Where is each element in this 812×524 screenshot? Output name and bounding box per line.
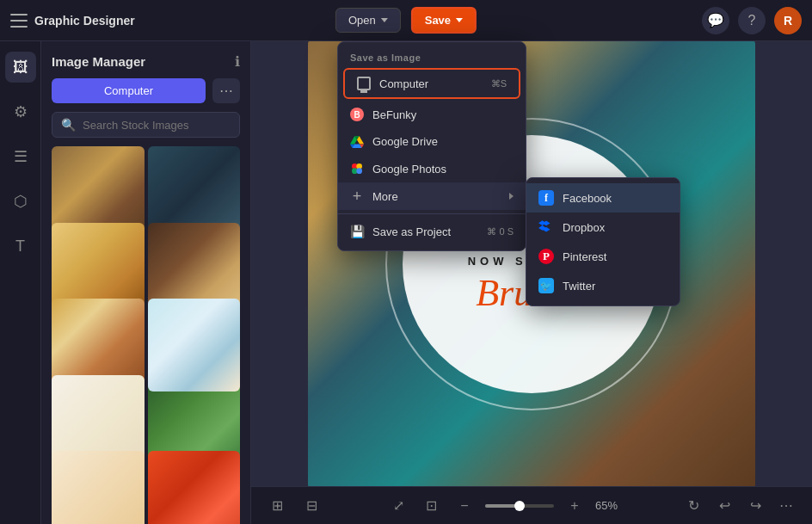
image-thumb-10[interactable] bbox=[148, 451, 241, 524]
toolbar-right: ↻ ↩ ↪ ⋯ bbox=[681, 494, 798, 518]
rotate-cw-button[interactable]: ↻ bbox=[681, 494, 705, 518]
zoom-out-button[interactable]: − bbox=[452, 494, 477, 518]
save-project-icon: 💾 bbox=[350, 225, 364, 238]
dropdown-divider bbox=[338, 213, 526, 214]
sidebar-icon-layers[interactable]: ☰ bbox=[5, 141, 36, 172]
befunky-icon: B bbox=[350, 108, 364, 121]
avatar[interactable]: R bbox=[774, 7, 802, 34]
more-submenu: f Facebook Dropbox P Pinterest 🐦 Twitter bbox=[526, 177, 680, 306]
more-chevron-icon bbox=[509, 193, 514, 200]
submenu-facebook-item[interactable]: f Facebook bbox=[526, 183, 680, 213]
gdrive-icon bbox=[350, 136, 364, 148]
save-dropdown: Save as Image Computer ⌘S B BeFunky Goog… bbox=[337, 41, 526, 251]
search-input[interactable] bbox=[83, 119, 231, 132]
app-title: Graphic Designer bbox=[34, 14, 135, 28]
chat-icon-button[interactable]: 💬 bbox=[702, 7, 729, 34]
submenu-twitter-item[interactable]: 🐦 Twitter bbox=[526, 271, 680, 300]
left-panel: Image Manager ℹ Computer ⋯ 🔍 bbox=[41, 41, 251, 524]
help-icon-button[interactable]: ? bbox=[738, 7, 766, 34]
bottom-toolbar: ⊞ ⊟ ⤢ ⊡ − + 65% ↻ ↩ ↪ ⋯ bbox=[251, 486, 812, 524]
hamburger-icon[interactable] bbox=[10, 14, 28, 28]
twitter-label: Twitter bbox=[563, 280, 595, 293]
nav-center: Open Save bbox=[335, 7, 477, 34]
save-project-label: Save as Project bbox=[372, 225, 451, 238]
sidebar-icon-image[interactable]: 🖼 bbox=[5, 52, 36, 83]
nav-left: Graphic Designer bbox=[10, 14, 135, 28]
dropbox-icon bbox=[538, 219, 554, 235]
save-more-item[interactable]: + More f Facebook Dropbox P Pinterest bbox=[338, 182, 526, 210]
facebook-label: Facebook bbox=[563, 192, 612, 205]
save-gphotos-item[interactable]: Google Photos bbox=[338, 155, 526, 182]
info-icon[interactable]: ℹ bbox=[235, 53, 240, 70]
save-section-label: Save as Image bbox=[338, 47, 526, 66]
save-computer-label: Computer bbox=[379, 77, 428, 90]
save-computer-shortcut: ⌘S bbox=[491, 78, 507, 89]
zoom-slider-thumb[interactable] bbox=[514, 501, 525, 511]
save-computer-item[interactable]: Computer ⌘S bbox=[343, 68, 520, 99]
layers-toolbar-button[interactable]: ⊞ bbox=[265, 494, 289, 518]
save-button[interactable]: Save bbox=[411, 7, 477, 34]
save-chevron-icon bbox=[456, 18, 463, 22]
svg-point-3 bbox=[356, 168, 362, 174]
save-project-item[interactable]: 💾 Save as Project ⌘ 0 S bbox=[338, 218, 526, 245]
zoom-in-button[interactable]: + bbox=[563, 494, 587, 518]
panel-header: Image Manager ℹ bbox=[41, 41, 250, 78]
save-project-shortcut: ⌘ 0 S bbox=[487, 226, 514, 237]
grid-toolbar-button[interactable]: ⊟ bbox=[299, 494, 323, 518]
crop-button[interactable]: ⊡ bbox=[420, 494, 444, 518]
zoom-slider[interactable] bbox=[485, 504, 554, 508]
pinterest-label: Pinterest bbox=[563, 250, 606, 263]
more-panel-button[interactable]: ⋯ bbox=[212, 78, 240, 103]
pinterest-icon: P bbox=[538, 249, 554, 264]
more-plus-icon: + bbox=[350, 189, 364, 203]
sidebar-icon-shapes[interactable]: ⬡ bbox=[5, 186, 36, 217]
image-thumb-9[interactable] bbox=[52, 451, 145, 524]
submenu-dropbox-item[interactable]: Dropbox bbox=[526, 213, 680, 242]
undo-button[interactable]: ↩ bbox=[712, 494, 736, 518]
save-gphotos-label: Google Photos bbox=[372, 163, 446, 176]
search-bar: 🔍 bbox=[52, 112, 240, 138]
open-chevron-icon bbox=[381, 18, 388, 22]
gphotos-icon bbox=[350, 162, 364, 176]
sidebar-icon-text[interactable]: T bbox=[5, 231, 36, 262]
computer-button[interactable]: Computer bbox=[52, 78, 206, 103]
dropbox-label: Dropbox bbox=[563, 221, 605, 234]
facebook-icon: f bbox=[538, 190, 554, 206]
redo-button[interactable]: ↪ bbox=[743, 494, 767, 518]
settings-button[interactable]: ⋯ bbox=[774, 494, 798, 518]
save-more-label: More bbox=[372, 190, 398, 203]
toolbar-left: ⊞ ⊟ bbox=[265, 494, 323, 518]
zoom-label: 65% bbox=[595, 499, 618, 512]
zoom-slider-fill bbox=[485, 504, 516, 508]
top-nav: Graphic Designer Open Save 💬 ? R bbox=[0, 0, 812, 41]
toolbar-center: ⤢ ⊡ − + 65% bbox=[387, 494, 618, 518]
submenu-pinterest-item[interactable]: P Pinterest bbox=[526, 242, 680, 271]
image-grid bbox=[41, 146, 250, 524]
computer-icon bbox=[357, 77, 371, 90]
open-button[interactable]: Open bbox=[335, 8, 401, 33]
save-befunky-label: BeFunky bbox=[372, 108, 416, 121]
save-gdrive-label: Google Drive bbox=[372, 135, 438, 148]
icon-sidebar: 🖼 ⚙ ☰ ⬡ T bbox=[0, 41, 41, 524]
search-icon: 🔍 bbox=[61, 118, 76, 132]
nav-right: 💬 ? R bbox=[702, 7, 802, 34]
panel-title: Image Manager bbox=[52, 54, 145, 69]
image-thumb-6[interactable] bbox=[148, 299, 241, 391]
sidebar-icon-adjust[interactable]: ⚙ bbox=[5, 96, 36, 127]
save-befunky-item[interactable]: B BeFunky bbox=[338, 101, 526, 128]
expand-button[interactable]: ⤢ bbox=[387, 494, 411, 518]
panel-actions: Computer ⋯ bbox=[41, 78, 250, 112]
save-gdrive-item[interactable]: Google Drive bbox=[338, 128, 526, 155]
twitter-icon: 🐦 bbox=[538, 278, 554, 293]
